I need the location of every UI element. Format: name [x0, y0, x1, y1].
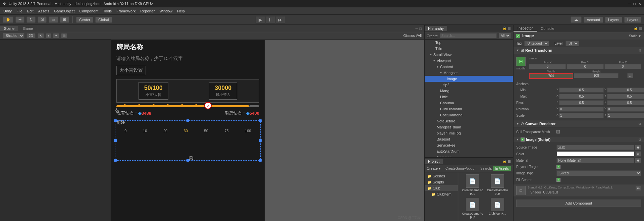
- maximize-viewport-btn[interactable]: □: [419, 26, 422, 31]
- max-y-input[interactable]: 0.5: [607, 94, 644, 99]
- component-enabled-checkbox[interactable]: ✓: [516, 34, 520, 38]
- settings-icon-3[interactable]: ⚙: [638, 138, 641, 142]
- min-y-input[interactable]: 0.5: [607, 88, 644, 93]
- material-picker-btn[interactable]: ◉: [635, 158, 641, 163]
- minimize-viewport-btn[interactable]: ─: [416, 26, 418, 31]
- folder-clubitem[interactable]: 📁ClubItem: [425, 191, 458, 197]
- folder-club[interactable]: 📁Club: [425, 185, 458, 191]
- tree-item-mang[interactable]: Mang: [425, 88, 513, 94]
- posx-input[interactable]: [529, 64, 566, 69]
- tree-item-top[interactable]: Top: [425, 40, 513, 46]
- slider-thumb[interactable]: ⊙: [204, 102, 212, 109]
- posz-input[interactable]: [604, 64, 641, 69]
- rect-transform-header[interactable]: ▼ ⊞ Rect Transform ⚙: [514, 47, 644, 54]
- menu-item-reporter[interactable]: Reporter: [138, 8, 157, 14]
- scale-x-input[interactable]: 1: [559, 113, 604, 118]
- color-edit-btn[interactable]: ✏: [635, 151, 641, 157]
- tree-item-little[interactable]: Little: [425, 94, 513, 100]
- layout-btn[interactable]: Layout: [624, 17, 641, 23]
- menu-item-framework[interactable]: FrameWork: [114, 8, 138, 14]
- tree-item-mangset[interactable]: ▼Mangset: [425, 70, 513, 76]
- tool-scale[interactable]: ⇲: [38, 16, 47, 23]
- tree-item-currdiamond[interactable]: CurrDiamond: [425, 106, 513, 112]
- rot-x-input[interactable]: 0: [559, 107, 604, 112]
- tree-item-content[interactable]: ▼Content: [425, 64, 513, 70]
- tree-item-scrollview[interactable]: ▼Scroll View: [425, 52, 513, 58]
- image-type-select[interactable]: Sliced: [556, 170, 641, 176]
- layer-select[interactable]: UI: [566, 41, 579, 46]
- min-x-input[interactable]: 0.5: [559, 88, 604, 93]
- effect-btn[interactable]: ✦: [53, 33, 59, 38]
- menu-item-window[interactable]: Window: [157, 8, 174, 14]
- minimize-btn[interactable]: ─: [628, 2, 631, 6]
- menu-item-unity-logo[interactable]: Unity: [1, 8, 14, 14]
- tab-console[interactable]: Console: [537, 26, 558, 31]
- layers-btn[interactable]: Layers: [605, 17, 622, 23]
- snap-btn[interactable]: ⊞: [61, 33, 67, 38]
- material-input[interactable]: None (Material): [556, 158, 634, 163]
- step-btn[interactable]: ⏭: [276, 16, 285, 23]
- inspector-lock-btn[interactable]: 🔒: [634, 26, 638, 30]
- settings-icon-2[interactable]: ⚙: [638, 122, 641, 126]
- project-lock-btn[interactable]: 🔒: [502, 160, 506, 163]
- inspector-menu-btn[interactable]: ☰: [639, 26, 642, 30]
- scale-y-input[interactable]: 1: [607, 113, 644, 118]
- pivot-toggle[interactable]: Center: [76, 17, 93, 23]
- menu-item-tools[interactable]: Tools: [101, 8, 114, 14]
- tab-game[interactable]: Game: [19, 26, 37, 31]
- project-create-btn[interactable]: Create ▾: [427, 166, 441, 171]
- color-picker[interactable]: [556, 151, 635, 157]
- file-createGamePopup-2[interactable]: 📄 CreateGamePopup: [486, 174, 509, 196]
- cull-transparent-checkbox[interactable]: [556, 130, 560, 133]
- shaded-select[interactable]: Shaded: [3, 33, 24, 39]
- width-input[interactable]: [529, 73, 573, 79]
- hierarchy-search-input[interactable]: [440, 33, 497, 38]
- max-x-input[interactable]: 0.5: [559, 94, 604, 99]
- menu-item-gameobject[interactable]: GameObject: [52, 8, 77, 14]
- tree-item-costdiamond[interactable]: CostDiamond: [425, 112, 513, 118]
- image-script-enabled[interactable]: ✓: [521, 137, 525, 142]
- tab-project[interactable]: Project: [425, 159, 443, 164]
- maximize-btn[interactable]: □: [633, 2, 636, 6]
- tab-inspector[interactable]: Inspector: [514, 25, 537, 32]
- in-assets-btn[interactable]: In Assets: [493, 166, 511, 171]
- 2d-btn[interactable]: 2D: [26, 33, 36, 38]
- tag-select[interactable]: Untagged: [524, 41, 549, 46]
- anchor-icon[interactable]: ⊞: [516, 57, 526, 66]
- all-dropdown[interactable]: #All: [416, 34, 422, 38]
- hierarchy-filter-select[interactable]: All: [499, 33, 511, 39]
- project-menu-btn[interactable]: ☰: [508, 160, 511, 163]
- tab-hierarchy[interactable]: Hierarchy: [425, 26, 447, 31]
- comp-settings-2[interactable]: ⚙: [638, 122, 641, 126]
- hierarchy-create-btn[interactable]: Create: [427, 34, 438, 38]
- comp-settings-1[interactable]: ⚙: [638, 49, 641, 52]
- menu-item-component[interactable]: Component: [77, 8, 101, 14]
- cloud-btn[interactable]: ☁: [571, 16, 582, 23]
- add-component-btn[interactable]: Add Component: [516, 200, 641, 207]
- file-createGamePopup-1[interactable]: 📄 CreateGamePopup: [461, 174, 484, 196]
- tool-rect[interactable]: ▭: [49, 16, 58, 23]
- file-createGamePopup-3[interactable]: 📄 CreateGamePopup: [461, 197, 484, 219]
- folder-scripts[interactable]: 📁Scripts: [425, 179, 458, 185]
- fill-center-checkbox[interactable]: ✓: [556, 178, 560, 182]
- tool-move[interactable]: ✛: [15, 16, 24, 23]
- tree-item-viewport[interactable]: ▼Viewport: [425, 58, 513, 64]
- source-image-picker-btn[interactable]: ◉: [635, 145, 641, 150]
- tree-item-notebefore[interactable]: NoteBefore: [425, 118, 513, 124]
- tool-rotate[interactable]: ↻: [26, 16, 36, 23]
- comp-settings-3[interactable]: ⚙: [638, 138, 641, 142]
- canvas-renderer-header[interactable]: ▼ ⊙ Canvas Renderer ⚙: [514, 120, 644, 127]
- tree-item-autostartnum[interactable]: autoStartNum: [425, 148, 513, 154]
- wh-button[interactable]: ...: [627, 73, 633, 78]
- lighting-btn[interactable]: ☀: [38, 33, 44, 38]
- account-btn[interactable]: Account: [584, 17, 603, 23]
- gizmos-btn[interactable]: Gizmos: [403, 34, 415, 38]
- static-dropdown-arrow[interactable]: ▼: [638, 34, 641, 38]
- menu-item-edit[interactable]: Edit: [25, 8, 36, 14]
- folder-scenes[interactable]: 📁Scenes: [425, 173, 458, 179]
- tab-scene[interactable]: Scene: [0, 26, 19, 31]
- pause-btn[interactable]: ⏸: [266, 16, 275, 23]
- image-script-header[interactable]: ▼ ✓ Image (Script) ⚙: [514, 136, 644, 143]
- tree-item-playertimetog[interactable]: playerTimeTog: [425, 130, 513, 136]
- pivot-y-input[interactable]: 0.5: [607, 100, 644, 105]
